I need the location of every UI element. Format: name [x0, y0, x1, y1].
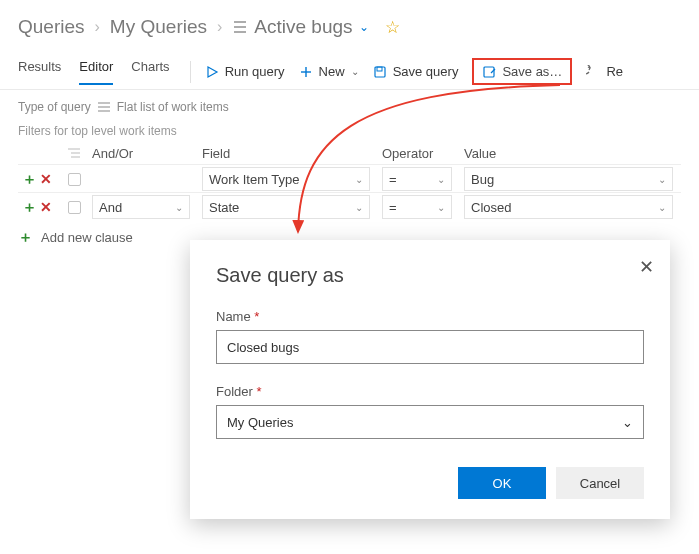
- folder-value: My Queries: [227, 415, 293, 430]
- value-dropdown[interactable]: Bug⌄: [464, 167, 673, 191]
- divider: [190, 61, 191, 83]
- breadcrumb-root[interactable]: Queries: [18, 16, 85, 38]
- value-text: Bug: [471, 172, 494, 187]
- new-label: New: [319, 64, 345, 79]
- row-checkbox[interactable]: [68, 201, 81, 214]
- filter-row: ＋ ✕ Work Item Type⌄ =⌄ Bug⌄: [18, 164, 681, 192]
- chevron-down-icon: ⌄: [437, 202, 445, 213]
- name-field: Name * Closed bugs: [216, 309, 644, 364]
- save-query-button[interactable]: Save query: [373, 64, 459, 79]
- breadcrumb-title-text: Active bugs: [254, 16, 352, 38]
- toolbar: Results Editor Charts Run query New ⌄ Sa…: [0, 48, 699, 90]
- operator-value: =: [389, 172, 397, 187]
- value-text: Closed: [471, 200, 511, 215]
- folder-label: Folder *: [216, 384, 644, 399]
- delete-row-icon[interactable]: ✕: [40, 171, 52, 187]
- chevron-down-icon: ⌄: [658, 174, 666, 185]
- breadcrumb-title[interactable]: Active bugs ⌄: [232, 16, 368, 38]
- field-dropdown[interactable]: Work Item Type⌄: [202, 167, 370, 191]
- operator-dropdown[interactable]: =⌄: [382, 167, 452, 191]
- chevron-down-icon: ⌄: [437, 174, 445, 185]
- chevron-down-icon[interactable]: ⌄: [359, 20, 369, 34]
- save-query-label: Save query: [393, 64, 459, 79]
- operator-dropdown[interactable]: =⌄: [382, 195, 452, 219]
- revert-label: Re: [606, 64, 623, 79]
- list-icon: [232, 19, 248, 35]
- filter-row: ＋ ✕ And⌄ State⌄ =⌄ Closed⌄: [18, 192, 681, 220]
- save-query-as-dialog: Save query as ✕ Name * Closed bugs Folde…: [190, 240, 670, 519]
- breadcrumb-sep: ›: [95, 18, 100, 36]
- favorite-star-icon[interactable]: ☆: [385, 17, 400, 38]
- breadcrumb: Queries › My Queries › Active bugs ⌄ ☆: [0, 0, 699, 48]
- dialog-title: Save query as: [216, 264, 644, 287]
- col-operator: Operator: [378, 144, 460, 163]
- tabs: Results Editor Charts: [18, 59, 170, 85]
- delete-row-icon[interactable]: ✕: [40, 199, 52, 215]
- col-andor: And/Or: [88, 144, 198, 163]
- save-icon: [373, 65, 387, 79]
- name-label: Name *: [216, 309, 644, 324]
- revert-button[interactable]: Re: [586, 64, 623, 79]
- query-type-value: Flat list of work items: [117, 100, 229, 114]
- plus-icon: [299, 65, 313, 79]
- add-row-icon[interactable]: ＋: [22, 198, 37, 217]
- dialog-buttons: OK Cancel: [216, 467, 644, 499]
- indent-icon: [64, 144, 88, 163]
- svg-marker-3: [208, 67, 217, 77]
- new-button[interactable]: New ⌄: [299, 64, 359, 79]
- undo-icon: [586, 65, 600, 79]
- col-value: Value: [460, 144, 681, 163]
- field-dropdown[interactable]: State⌄: [202, 195, 370, 219]
- run-query-label: Run query: [225, 64, 285, 79]
- close-icon[interactable]: ✕: [639, 256, 654, 278]
- filters-column-headers: And/Or Field Operator Value: [18, 142, 681, 164]
- ok-button[interactable]: OK: [458, 467, 546, 499]
- flat-list-icon: [97, 101, 111, 113]
- query-type-row: Type of query Flat list of work items: [0, 90, 699, 124]
- name-value: Closed bugs: [227, 340, 299, 355]
- chevron-down-icon: ⌄: [351, 66, 359, 77]
- tab-charts[interactable]: Charts: [131, 59, 169, 85]
- save-as-label: Save as…: [502, 64, 562, 79]
- breadcrumb-sep: ›: [217, 18, 222, 36]
- andor-dropdown[interactable]: And⌄: [92, 195, 190, 219]
- chevron-down-icon: ⌄: [355, 202, 363, 213]
- cancel-button[interactable]: Cancel: [556, 467, 644, 499]
- tab-results[interactable]: Results: [18, 59, 61, 85]
- folder-field: Folder * My Queries ⌄: [216, 384, 644, 439]
- filters-panel: Filters for top level work items And/Or …: [0, 124, 699, 247]
- save-as-button[interactable]: Save as…: [472, 58, 572, 85]
- save-as-icon: [482, 65, 496, 79]
- add-new-clause-label: Add new clause: [41, 230, 133, 245]
- field-value: Work Item Type: [209, 172, 300, 187]
- andor-value: And: [99, 200, 122, 215]
- chevron-down-icon: ⌄: [658, 202, 666, 213]
- add-row-icon[interactable]: ＋: [22, 170, 37, 189]
- chevron-down-icon: ⌄: [175, 202, 183, 213]
- query-type-prefix: Type of query: [18, 100, 91, 114]
- play-icon: [205, 65, 219, 79]
- row-checkbox[interactable]: [68, 173, 81, 186]
- field-value: State: [209, 200, 239, 215]
- tab-editor[interactable]: Editor: [79, 59, 113, 85]
- chevron-down-icon: ⌄: [355, 174, 363, 185]
- folder-dropdown[interactable]: My Queries ⌄: [216, 405, 644, 439]
- operator-value: =: [389, 200, 397, 215]
- value-dropdown[interactable]: Closed⌄: [464, 195, 673, 219]
- col-field: Field: [198, 144, 378, 163]
- chevron-down-icon: ⌄: [622, 415, 633, 430]
- filters-header: Filters for top level work items: [18, 124, 681, 138]
- plus-icon: ＋: [18, 228, 33, 247]
- breadcrumb-folder[interactable]: My Queries: [110, 16, 207, 38]
- name-input[interactable]: Closed bugs: [216, 330, 644, 364]
- run-query-button[interactable]: Run query: [205, 64, 285, 79]
